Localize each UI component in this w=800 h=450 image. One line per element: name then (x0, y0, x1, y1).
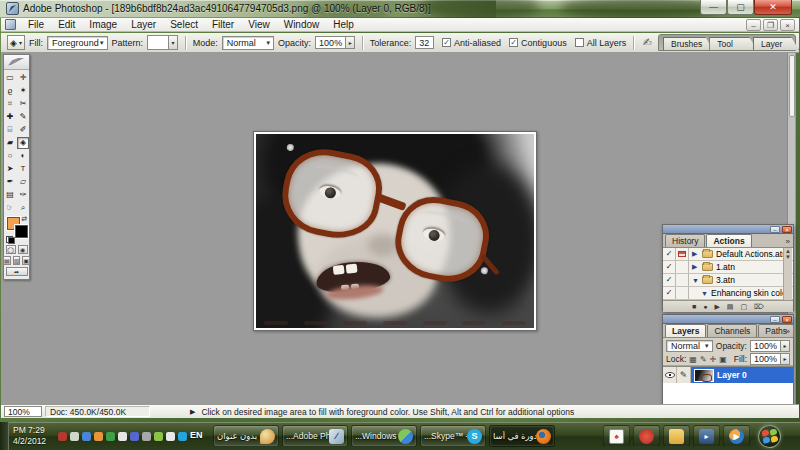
doc-restore-button[interactable]: ❐ (763, 19, 778, 31)
expander-icon[interactable]: ▶ (692, 263, 699, 271)
tool-pen[interactable]: ✒ (4, 176, 16, 188)
tray-icon-security-shield[interactable] (58, 432, 67, 441)
opacity-arrow[interactable]: ▸ (346, 36, 355, 49)
action-dialog-toggle[interactable] (676, 287, 689, 299)
tool-lasso[interactable]: ϱ (4, 85, 16, 97)
expander-icon[interactable]: ▼ (701, 290, 708, 297)
menu-item-select[interactable]: Select (163, 18, 205, 31)
menu-item-window[interactable]: Window (277, 18, 327, 31)
menu-item-view[interactable]: View (241, 18, 277, 31)
action-checkbox[interactable]: ✓ (663, 274, 676, 286)
tool-blur[interactable]: ○ (4, 150, 16, 162)
well-tab-brushes[interactable]: Brushes (663, 37, 713, 50)
action-name-cell[interactable]: ▼3.atn (689, 274, 793, 286)
screen-mode-standard-button[interactable]: ▤ (3, 256, 11, 265)
action-new-set-button[interactable]: ▤ (727, 303, 734, 311)
tab-actions[interactable]: Actions (706, 234, 751, 247)
scrollbar-thumb[interactable] (789, 55, 795, 117)
tool-zoom[interactable]: ⌕ (17, 202, 29, 214)
action-row[interactable]: ✓▶1.atn (663, 261, 793, 274)
tool-eyedropper[interactable]: ✑ (17, 189, 29, 201)
taskbar-pinned-media-player-classic[interactable]: ▸ (693, 425, 720, 447)
doc-minimize-button[interactable]: – (746, 19, 761, 31)
taskbar-clock[interactable]: PM 7:29 4/2/2012 (13, 425, 46, 447)
action-row[interactable]: ✓▼Enhancing skin color (663, 287, 793, 300)
action-dialog-toggle[interactable] (676, 248, 689, 260)
quick-mask-button[interactable]: ◉ (18, 245, 28, 254)
blend-mode-dropdown[interactable]: Normal▼ (666, 340, 713, 352)
panel-minimize-button[interactable]: – (770, 226, 780, 233)
start-button[interactable] (752, 424, 786, 448)
tool-custom-shape[interactable]: ▱ (17, 176, 29, 188)
tolerance-input[interactable]: 32 (415, 36, 434, 49)
tool-slice[interactable]: ✂ (17, 98, 29, 110)
taskbar-button-messenger[interactable]: ...Windows Li (351, 425, 417, 447)
standard-mode-button[interactable]: ◯ (6, 245, 16, 254)
panel-close-button[interactable]: × (782, 316, 792, 323)
toolbox-logo[interactable] (4, 55, 29, 70)
zoom-level-input[interactable]: 100% (4, 406, 42, 417)
tool-eraser[interactable]: ▰ (4, 137, 16, 149)
taskbar-pinned-solitaire[interactable]: ♠ (603, 425, 630, 447)
menu-item-filter[interactable]: Filter (205, 18, 241, 31)
actions-panel-header[interactable]: – × (663, 225, 793, 234)
canvas-image[interactable] (256, 134, 534, 328)
tray-icon-network-signal[interactable] (166, 432, 175, 441)
checkbox-contiguous[interactable]: ✓Contiguous (509, 38, 567, 48)
action-checkbox[interactable]: ✓ (663, 287, 676, 299)
minimize-button[interactable]: — (700, 0, 727, 15)
action-name-cell[interactable]: ▶Default Actions.atn (689, 248, 793, 260)
panel-close-button[interactable]: × (782, 226, 792, 233)
tray-icon-volume[interactable] (118, 432, 127, 441)
action-name-cell[interactable]: ▼Enhancing skin color (689, 287, 793, 299)
edit-in-imageready-button[interactable]: ➦ (6, 267, 28, 276)
tool-clone-stamp[interactable]: ⌸ (4, 124, 16, 136)
action-row[interactable]: ✓▼3.atn (663, 274, 793, 287)
work-area[interactable]: ▭✛ϱ✶⌗✂✚✎⌸✐▰◈○◐➤T✒▱▤✑☞⌕ ⇄ ◯ ◉ ▤ ▥ ▣ (1, 53, 796, 404)
tool-magic-wand[interactable]: ✶ (17, 85, 29, 97)
background-color-swatch[interactable] (15, 225, 28, 238)
tray-icon-photo-app[interactable] (94, 432, 103, 441)
tab-history[interactable]: History (665, 234, 705, 247)
fill-dropdown[interactable]: Foreground▼ (47, 36, 107, 50)
mode-dropdown[interactable]: Normal▼ (222, 36, 274, 50)
taskbar-pinned-ccleaner[interactable] (633, 425, 660, 447)
tool-path-selection[interactable]: ➤ (4, 163, 16, 175)
expander-icon[interactable]: ▶ (692, 250, 699, 258)
document-sizes[interactable]: Doc: 450.0K/450.0K (45, 406, 150, 417)
tray-icon-action-center-flag[interactable] (70, 432, 79, 441)
taskbar-button-firefox[interactable]: دورة في أسا... (489, 425, 555, 447)
taskbar-button-skype[interactable]: ...Skype™ - crS (420, 425, 486, 447)
taskbar-button-photoshop[interactable]: ...Adobe Pho∕ (282, 425, 348, 447)
action-row[interactable]: ✓▶Default Actions.atn (663, 248, 793, 261)
tool-hand[interactable]: ☞ (4, 202, 16, 214)
well-tab-tool-presets[interactable]: Tool Presets (709, 37, 757, 50)
checkbox-all-layers[interactable]: All Layers (575, 38, 627, 48)
tray-icon-app-blue[interactable] (130, 432, 139, 441)
pattern-picker[interactable]: ▾ (147, 35, 178, 50)
screen-mode-full-menubar-button[interactable]: ▥ (13, 256, 21, 265)
language-indicator[interactable]: EN (190, 430, 203, 440)
tool-crop[interactable]: ⌗ (4, 98, 16, 110)
pattern-swatch[interactable] (147, 35, 169, 50)
opacity-value[interactable]: 100% (315, 36, 346, 49)
checkbox-icon[interactable]: ✓ (509, 38, 518, 47)
tool-dodge[interactable]: ◐ (17, 150, 29, 162)
tool-history-brush[interactable]: ✐ (17, 124, 29, 136)
layer-thumbnail[interactable] (694, 369, 714, 382)
title-bar[interactable]: Adobe Photoshop - [189b6bdf8b24ad3ac4910… (0, 0, 800, 18)
show-desktop-button[interactable] (0, 422, 9, 450)
panel-menu-icon[interactable]: » (786, 237, 790, 246)
expander-icon[interactable]: ▼ (692, 277, 699, 284)
action-new-action-button[interactable]: ▢ (740, 303, 747, 311)
screen-mode-full-button[interactable]: ▣ (22, 256, 30, 265)
layers-panel-header[interactable]: – × (663, 315, 793, 324)
layer-fill-control[interactable]: 100% ▸ (750, 353, 790, 365)
taskbar-button-paint[interactable]: بدون عنوان - ... (213, 425, 279, 447)
tab-channels[interactable]: Channels (707, 324, 757, 337)
tool-move[interactable]: ✛ (17, 72, 29, 84)
tool-notes[interactable]: ▤ (4, 189, 16, 201)
lock-transparency-icon[interactable]: ▦ (689, 355, 697, 364)
action-checkbox[interactable]: ✓ (663, 261, 676, 273)
tool-paint-bucket[interactable]: ◈ (17, 137, 29, 149)
